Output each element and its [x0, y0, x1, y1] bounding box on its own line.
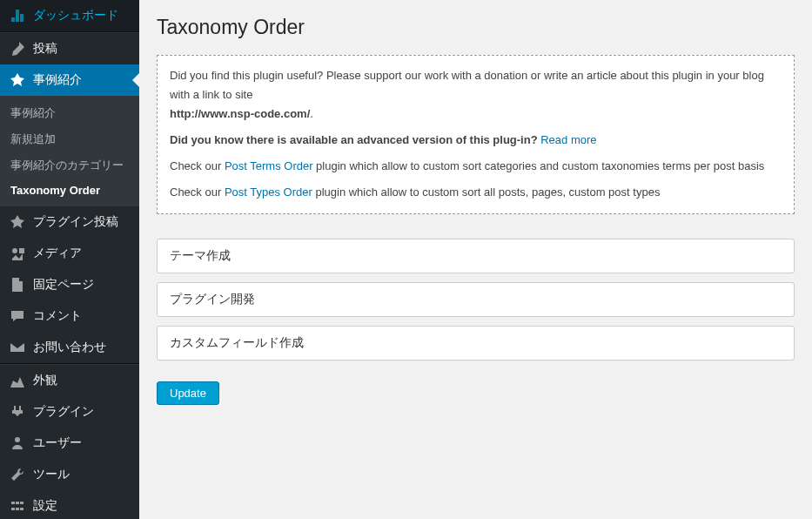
menu-label: プラグイン投稿 — [33, 214, 118, 230]
info-advanced: Did you know there is available an advan… — [170, 131, 782, 150]
info-advanced-text: Did you know there is available an advan… — [170, 133, 540, 146]
read-more-link[interactable]: Read more — [540, 133, 596, 146]
info-text: plugin which allow to custom sort all po… — [312, 185, 661, 199]
settings-icon — [9, 497, 26, 515]
menu-label: メディア — [33, 246, 82, 261]
sidebar-item-posts[interactable]: 投稿 — [0, 33, 139, 64]
tools-icon — [9, 466, 26, 483]
menu-label: ユーザー — [33, 435, 82, 451]
menu-label: お問い合わせ — [33, 340, 106, 355]
svg-point-2 — [15, 437, 20, 442]
pin-icon — [9, 71, 26, 89]
info-check-terms: Check our Post Terms Order plugin which … — [170, 157, 782, 176]
post-icon — [9, 40, 26, 57]
mail-icon — [9, 339, 26, 356]
info-check-types: Check our Post Types Order plugin which … — [170, 183, 782, 202]
users-icon — [9, 435, 26, 452]
dashboard-icon — [9, 7, 26, 24]
info-text: plugin which allow to custom sort catego… — [313, 159, 765, 172]
info-text: Did you find this plugin useful? Please … — [170, 69, 764, 101]
sidebar-item-appearance[interactable]: 外観 — [0, 365, 139, 396]
media-icon — [9, 245, 26, 262]
menu-label: 設定 — [33, 498, 57, 514]
pin-icon — [9, 213, 26, 231]
svg-rect-3 — [11, 502, 15, 504]
info-intro: Did you find this plugin useful? Please … — [170, 66, 782, 124]
sidebar-item-users[interactable]: ユーザー — [0, 428, 139, 459]
menu-label: コメント — [33, 308, 82, 324]
svg-rect-5 — [20, 502, 23, 504]
svg-rect-6 — [11, 508, 15, 510]
sortable-item[interactable]: プラグイン開発 — [157, 282, 795, 317]
main-content: Taxonomy Order Did you find this plugin … — [139, 0, 812, 519]
sidebar-item-settings[interactable]: 設定 — [0, 490, 139, 519]
submenu-cases: 事例紹介 新規追加 事例紹介のカテゴリー Taxonomy Order — [0, 96, 139, 206]
info-url: http://www.nsp-code.com/ — [170, 107, 310, 120]
sortable-item[interactable]: カスタムフィールド作成 — [157, 326, 795, 361]
sidebar-item-pages[interactable]: 固定ページ — [0, 269, 139, 300]
menu-label: ツール — [33, 467, 70, 482]
appearance-icon — [9, 372, 26, 389]
plugins-icon — [9, 403, 26, 421]
comment-icon — [9, 307, 26, 325]
sidebar-item-contact[interactable]: お問い合わせ — [0, 332, 139, 363]
sidebar-item-cases[interactable]: 事例紹介 — [0, 64, 139, 96]
menu-label: 投稿 — [33, 41, 57, 57]
submenu-item-cases[interactable]: 事例紹介 — [0, 100, 139, 126]
sidebar-item-media[interactable]: メディア — [0, 238, 139, 269]
info-text: Check our — [170, 159, 225, 172]
submenu-item-addnew[interactable]: 新規追加 — [0, 126, 139, 152]
svg-rect-1 — [19, 248, 24, 253]
page-title: Taxonomy Order — [157, 16, 795, 39]
menu-label: プラグイン — [33, 404, 94, 420]
menu-label: ダッシュボード — [33, 8, 118, 24]
svg-rect-8 — [20, 508, 23, 510]
sidebar-item-comments[interactable]: コメント — [0, 300, 139, 332]
menu-label: 固定ページ — [33, 277, 94, 293]
admin-sidebar: ダッシュボード 投稿 事例紹介 事例紹介 新規追加 事例紹介のカテゴリー Tax… — [0, 0, 139, 519]
sidebar-item-plugins[interactable]: プラグイン — [0, 396, 139, 428]
sidebar-item-dashboard[interactable]: ダッシュボード — [0, 0, 139, 31]
post-terms-order-link[interactable]: Post Terms Order — [225, 159, 313, 172]
menu-label: 外観 — [33, 373, 57, 388]
svg-rect-7 — [16, 508, 19, 510]
sidebar-item-plugin-posts[interactable]: プラグイン投稿 — [0, 206, 139, 238]
sortable-item[interactable]: テーマ作成 — [157, 239, 795, 273]
submenu-item-cases-category[interactable]: 事例紹介のカテゴリー — [0, 152, 139, 179]
svg-point-0 — [12, 248, 17, 253]
info-box: Did you find this plugin useful? Please … — [157, 55, 795, 214]
submenu-item-taxonomy-order[interactable]: Taxonomy Order — [0, 179, 139, 202]
svg-rect-4 — [16, 502, 19, 504]
update-button[interactable]: Update — [157, 381, 219, 405]
menu-label: 事例紹介 — [33, 72, 82, 88]
page-icon — [9, 276, 26, 293]
sidebar-item-tools[interactable]: ツール — [0, 459, 139, 490]
info-text: Check our — [170, 185, 225, 199]
post-types-order-link[interactable]: Post Types Order — [225, 185, 312, 199]
